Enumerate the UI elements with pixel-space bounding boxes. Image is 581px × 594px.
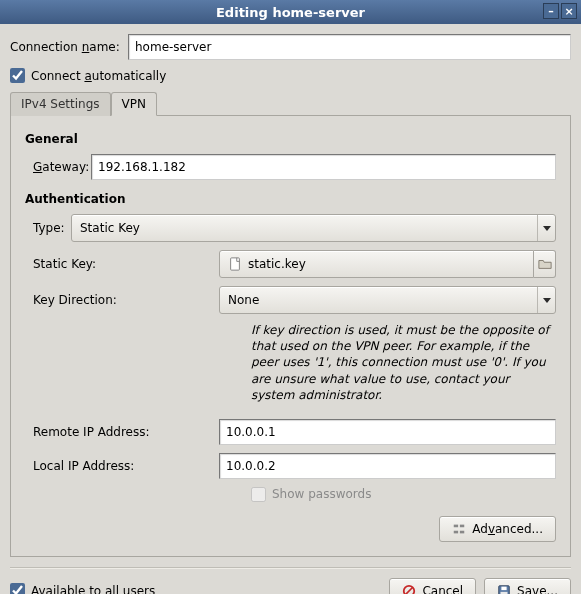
svg-rect-8 xyxy=(501,587,506,591)
file-icon xyxy=(228,257,242,271)
minimize-icon: – xyxy=(548,5,554,18)
tab-ipv4-settings[interactable]: IPv4 Settings xyxy=(10,92,111,116)
close-button[interactable]: × xyxy=(561,3,577,19)
notebook: IPv4 Settings VPN General Gateway: Authe… xyxy=(10,91,571,557)
remote-ip-input[interactable] xyxy=(219,419,556,445)
key-direction-value: None xyxy=(228,293,537,307)
static-key-file-button[interactable]: static.key xyxy=(219,250,534,278)
remote-ip-label: Remote IP Address: xyxy=(25,425,211,439)
svg-rect-0 xyxy=(231,258,240,270)
gateway-label: Gateway: xyxy=(25,160,83,174)
chevron-down-icon xyxy=(543,298,551,303)
show-passwords-checkbox[interactable]: Show passwords xyxy=(251,487,371,502)
save-icon xyxy=(497,584,511,594)
minimize-button[interactable]: – xyxy=(543,3,559,19)
key-direction-hint: If key direction is used, it must be the… xyxy=(251,322,556,403)
cancel-icon xyxy=(402,584,416,594)
connection-name-input[interactable] xyxy=(128,34,571,60)
key-direction-label: Key Direction: xyxy=(25,293,211,307)
svg-rect-4 xyxy=(460,531,464,534)
svg-line-6 xyxy=(406,587,413,594)
svg-rect-1 xyxy=(454,525,458,528)
connection-name-label: Connection name: xyxy=(10,40,128,54)
folder-open-icon xyxy=(538,257,552,271)
static-key-browse-button[interactable] xyxy=(534,250,556,278)
key-direction-combo[interactable]: None xyxy=(219,286,556,314)
separator xyxy=(10,567,571,568)
static-key-filename: static.key xyxy=(248,257,306,271)
window-title: Editing home-server xyxy=(216,5,365,20)
titlebar: Editing home-server – × xyxy=(0,0,581,24)
type-value: Static Key xyxy=(80,221,537,235)
static-key-label: Static Key: xyxy=(25,257,211,271)
advanced-button[interactable]: Advanced... xyxy=(439,516,556,542)
connect-automatically-checkbox[interactable]: Connect automatically xyxy=(10,68,166,83)
save-button[interactable]: Save... xyxy=(484,578,571,594)
close-icon: × xyxy=(564,5,573,18)
gateway-input[interactable] xyxy=(91,154,556,180)
svg-rect-3 xyxy=(454,531,458,534)
local-ip-label: Local IP Address: xyxy=(25,459,211,473)
type-combo[interactable]: Static Key xyxy=(71,214,556,242)
type-label: Type: xyxy=(25,221,63,235)
authentication-heading: Authentication xyxy=(25,192,556,206)
chevron-down-icon xyxy=(543,226,551,231)
preferences-icon xyxy=(452,522,466,536)
available-all-users-checkbox[interactable]: Available to all users xyxy=(10,583,155,594)
local-ip-input[interactable] xyxy=(219,453,556,479)
tab-vpn[interactable]: VPN xyxy=(111,92,157,116)
cancel-button[interactable]: Cancel xyxy=(389,578,476,594)
tab-vpn-page: General Gateway: Authentication Type: St… xyxy=(10,115,571,557)
general-heading: General xyxy=(25,132,556,146)
svg-rect-2 xyxy=(460,525,464,528)
